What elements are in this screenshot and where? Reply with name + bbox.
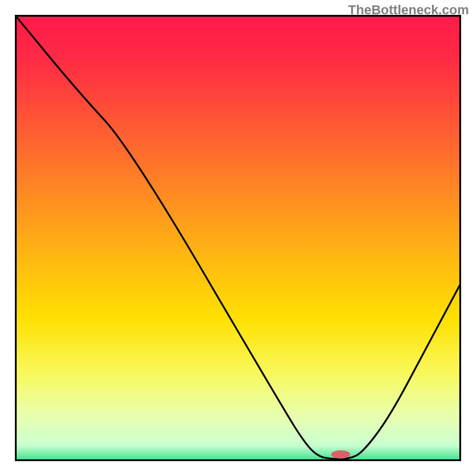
optimal-marker [331,450,350,459]
chart-container: TheBottleneck.com [0,0,476,476]
watermark-text: TheBottleneck.com [348,2,469,18]
chart-svg [15,15,461,461]
chart-plot [15,15,461,461]
gradient-background [15,15,461,461]
